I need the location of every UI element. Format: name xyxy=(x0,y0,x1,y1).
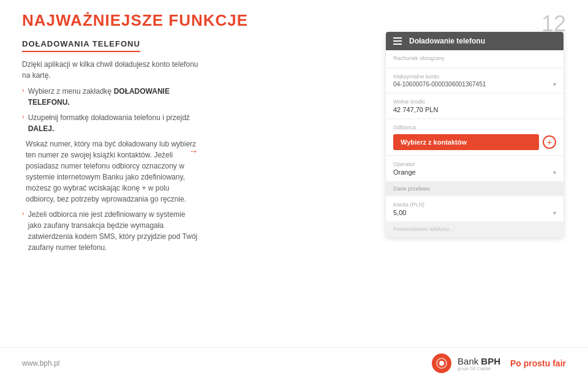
main-title: NAJWAŻNIEJSZE FUNKCJE xyxy=(22,11,248,30)
phone-mockup: Doładowanie telefonu Rachunek obciążany … xyxy=(386,32,564,237)
maksymalne-value: 04-10600076-0000306001367451 xyxy=(393,81,486,88)
bullet-arrow-1: › xyxy=(22,86,24,94)
maksymalne-label: Maksymalne konto xyxy=(393,74,556,80)
red-arrow-connector: → xyxy=(189,146,198,157)
dropdown-arrow-2: ▾ xyxy=(553,169,556,176)
operator-label: Operator xyxy=(393,161,556,167)
bullet-arrow-2: › xyxy=(22,113,24,120)
screen-header-title: Doładowanie telefonu xyxy=(409,37,485,45)
operator-row: Operator Orange ▾ xyxy=(386,156,564,181)
odbiorca-row: Odbiorca Wybierz z kontaktów + xyxy=(386,119,564,155)
bottom-bar: www.bph.pl Bank BPH grupa GE Capital Po … xyxy=(0,347,588,378)
bullet-1: › Wybierz z menu zakładkę DOŁADOWANIE TE… xyxy=(22,86,200,108)
intro-text: Dzięki aplikacji w kilka chwil doładujes… xyxy=(22,59,200,81)
bullet-text-2: Uzupełnij formatkę doładowania telefonu … xyxy=(28,112,200,134)
bullet-3: Wskaż numer, który ma być doładowany lub… xyxy=(22,138,200,205)
hamburger-icon xyxy=(393,37,402,45)
bullet-text-1: Wybierz z menu zakładkę DOŁADOWANIE TELE… xyxy=(28,86,200,108)
bullet-text-3: Wskaż numer, który ma być doładowany lub… xyxy=(26,138,200,205)
website-link[interactable]: www.bph.pl xyxy=(22,359,59,368)
partial-label: Potwierdzenie telefonu... xyxy=(393,226,556,232)
plus-button[interactable]: + xyxy=(543,135,556,149)
bank-text: Bank xyxy=(458,356,478,366)
kwota-label: Kwota (PLN) xyxy=(393,202,556,208)
phone-screen: Doładowanie telefonu Rachunek obciążany … xyxy=(386,32,564,237)
dane-label: Dane przelewu xyxy=(393,186,556,192)
odbiorca-label: Odbiorca xyxy=(393,124,556,130)
bullet-arrow-4: › xyxy=(22,210,24,217)
dropdown-arrow-3: ▾ xyxy=(553,210,556,216)
logo-inner xyxy=(439,361,444,366)
rachunek-label: Rachunek obciążany xyxy=(393,55,556,61)
bph-logo-icon xyxy=(432,353,451,373)
kwota-row: Kwota (PLN) 5,00 ▾ xyxy=(386,197,564,221)
maksymalne-row: Maksymalne konto 04-10600076-00003060013… xyxy=(386,69,564,93)
bullet-2: › Uzupełnij formatkę doładowania telefon… xyxy=(22,112,200,134)
rachunek-row: Rachunek obciążany xyxy=(386,50,564,67)
bullet-4: › Jeżeli odbiorca nie jest zdefiniowany … xyxy=(22,209,200,253)
left-content: Dzięki aplikacji w kilka chwil doładujes… xyxy=(22,59,200,257)
dropdown-arrow-1: ▾ xyxy=(553,81,556,88)
bph-text: BPH xyxy=(481,356,500,366)
wybierz-button[interactable]: Wybierz z kontaktów xyxy=(393,134,539,150)
orange-btn-row: Wybierz z kontaktów + xyxy=(393,134,556,150)
tagline-text: Po prostu fair xyxy=(510,358,566,368)
wolne-label: Wolne środki xyxy=(393,99,556,105)
wolne-value: 42 747,70 PLN xyxy=(393,106,556,113)
brand-area: Bank BPH grupa GE Capital Po prostu fair xyxy=(432,353,566,373)
group-text: grupa GE Capital xyxy=(458,366,500,371)
screen-header: Doładowanie telefonu xyxy=(386,32,564,50)
partial-row: Potwierdzenie telefonu... xyxy=(386,222,564,237)
kwota-value: 5,00 xyxy=(393,209,406,216)
dane-section: Dane przelewu xyxy=(386,182,564,195)
operator-value: Orange xyxy=(393,168,416,176)
bullet-text-4: Jeżeli odbiorca nie jest zdefiniowany w … xyxy=(28,209,200,253)
wolne-row: Wolne środki 42 747,70 PLN xyxy=(386,94,564,118)
section-title: DOŁADOWANIA TELEFONU xyxy=(22,39,140,52)
